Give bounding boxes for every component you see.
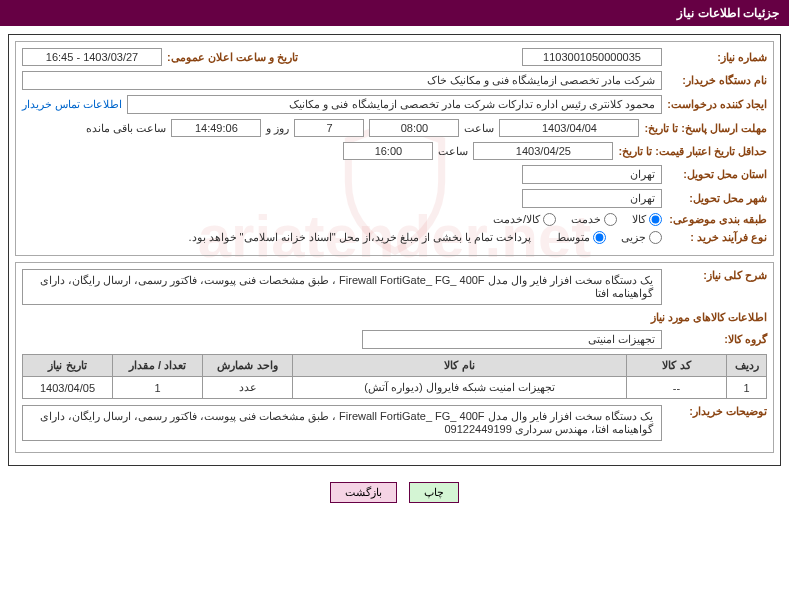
announce-date-value: 1403/03/27 - 16:45 <box>22 48 162 66</box>
th-date: تاریخ نیاز <box>23 355 113 377</box>
requester-value: محمود کلانتری رئیس اداره تدارکات شرکت ما… <box>127 95 662 114</box>
radio-partial-input[interactable] <box>649 231 662 244</box>
info-section-1: شماره نیاز: 1103001050000035 تاریخ و ساع… <box>15 41 774 256</box>
td-name: تجهیزات امنیت شبکه فایروال (دیواره آتش) <box>293 377 627 399</box>
general-desc-value: یک دستگاه سخت افزار فایر وال مدل Firewal… <box>22 269 662 305</box>
buyer-contact-link[interactable]: اطلاعات تماس خریدار <box>22 98 122 111</box>
hour-label-1: ساعت <box>464 122 494 135</box>
buyer-org-label: نام دستگاه خریدار: <box>667 74 767 87</box>
radio-service[interactable]: خدمت <box>571 213 617 226</box>
deadline-date: 1403/04/04 <box>499 119 639 137</box>
td-row: 1 <box>727 377 767 399</box>
radio-medium-input[interactable] <box>593 231 606 244</box>
validity-label: حداقل تاریخ اعتبار قیمت: تا تاریخ: <box>618 145 767 158</box>
table-row: 1 -- تجهیزات امنیت شبکه فایروال (دیواره … <box>23 377 767 399</box>
category-radio-group: کالا خدمت کالا/خدمت <box>493 213 662 226</box>
group-value: تجهیزات امنیتی <box>362 330 662 349</box>
table-header-row: ردیف کد کالا نام کالا واحد شمارش تعداد /… <box>23 355 767 377</box>
hour-label-2: ساعت <box>438 145 468 158</box>
back-button[interactable]: بازگشت <box>330 482 397 503</box>
radio-service-input[interactable] <box>604 213 617 226</box>
requester-label: ایجاد کننده درخواست: <box>667 98 767 111</box>
items-title: اطلاعات کالاهای مورد نیاز <box>22 311 767 324</box>
group-label: گروه کالا: <box>667 333 767 346</box>
radio-both[interactable]: کالا/خدمت <box>493 213 556 226</box>
buyer-org-value: شرکت مادر تخصصی ازمایشگاه فنی و مکانیک خ… <box>22 71 662 90</box>
radio-goods[interactable]: کالا <box>632 213 662 226</box>
th-code: کد کالا <box>627 355 727 377</box>
page-title: جزئیات اطلاعات نیاز <box>677 6 779 20</box>
announce-date-label: تاریخ و ساعت اعلان عمومی: <box>167 51 298 64</box>
deadline-hour: 08:00 <box>369 119 459 137</box>
province-label: استان محل تحویل: <box>667 168 767 181</box>
validity-hour: 16:00 <box>343 142 433 160</box>
city-value: تهران <box>522 189 662 208</box>
info-section-2: شرح کلی نیاز: یک دستگاه سخت افزار فایر و… <box>15 262 774 453</box>
th-row: ردیف <box>727 355 767 377</box>
td-qty: 1 <box>113 377 203 399</box>
need-number-label: شماره نیاز: <box>667 51 767 64</box>
time-remain-label: ساعت باقی مانده <box>86 122 166 135</box>
th-unit: واحد شمارش <box>203 355 293 377</box>
main-container: ariatender.net شماره نیاز: 1103001050000… <box>8 34 781 466</box>
process-radio-group: جزیی متوسط <box>556 231 662 244</box>
button-row: چاپ بازگشت <box>0 474 789 511</box>
validity-date: 1403/04/25 <box>473 142 613 160</box>
city-label: شهر محل تحویل: <box>667 192 767 205</box>
province-value: تهران <box>522 165 662 184</box>
buyer-notes-label: توضیحات خریدار: <box>667 405 767 418</box>
general-desc-label: شرح کلی نیاز: <box>667 269 767 282</box>
th-qty: تعداد / مقدار <box>113 355 203 377</box>
days-remaining: 7 <box>294 119 364 137</box>
radio-both-input[interactable] <box>543 213 556 226</box>
radio-partial[interactable]: جزیی <box>621 231 662 244</box>
items-table: ردیف کد کالا نام کالا واحد شمارش تعداد /… <box>22 354 767 399</box>
td-unit: عدد <box>203 377 293 399</box>
need-number-value: 1103001050000035 <box>522 48 662 66</box>
category-label: طبقه بندی موضوعی: <box>667 213 767 226</box>
process-label: نوع فرآیند خرید : <box>667 231 767 244</box>
td-date: 1403/04/05 <box>23 377 113 399</box>
th-name: نام کالا <box>293 355 627 377</box>
print-button[interactable]: چاپ <box>409 482 459 503</box>
radio-medium[interactable]: متوسط <box>556 231 606 244</box>
buyer-notes-value: یک دستگاه سخت افزار فایر وال مدل Firewal… <box>22 405 662 441</box>
days-and-label: روز و <box>266 122 289 135</box>
td-code: -- <box>627 377 727 399</box>
deadline-label: مهلت ارسال پاسخ: تا تاریخ: <box>644 122 767 135</box>
page-header: جزئیات اطلاعات نیاز <box>0 0 789 26</box>
radio-goods-input[interactable] <box>649 213 662 226</box>
payment-note: پرداخت تمام یا بخشی از مبلغ خرید،از محل … <box>188 231 531 244</box>
time-remaining: 14:49:06 <box>171 119 261 137</box>
